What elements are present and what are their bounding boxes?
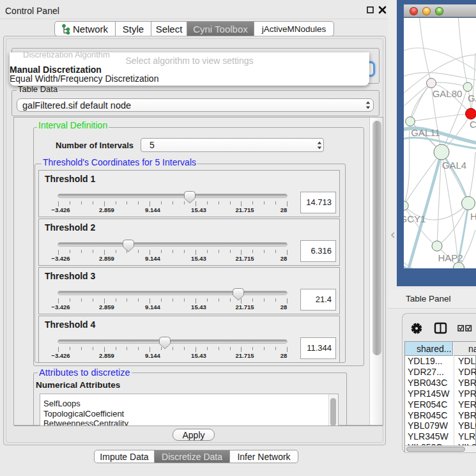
svg-text:GAL11: GAL11 <box>411 127 440 138</box>
svg-text:HAP2: HAP2 <box>438 252 463 263</box>
svg-text:GAL4: GAL4 <box>442 160 466 171</box>
svg-text:C: C <box>470 119 476 130</box>
svg-text:GA: GA <box>468 93 476 104</box>
svg-text:GAL80: GAL80 <box>433 88 463 99</box>
svg-text:HA: HA <box>470 211 476 222</box>
svg-text:GCY1: GCY1 <box>404 213 426 224</box>
